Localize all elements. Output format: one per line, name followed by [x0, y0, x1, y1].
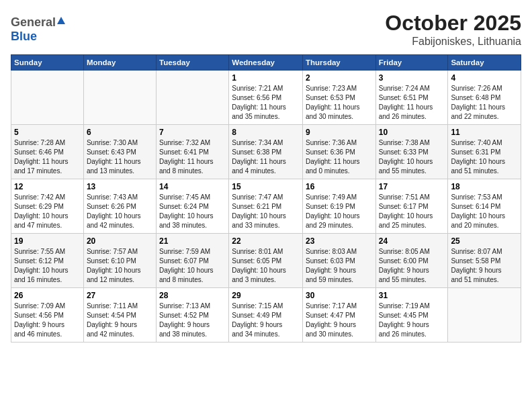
calendar-header-saturday: Saturday — [448, 55, 521, 71]
day-number: 1 — [232, 73, 300, 83]
calendar-cell-5-4: 29Sunrise: 7:15 AMSunset: 4:49 PMDayligh… — [229, 288, 303, 342]
page: General Blue October 2025 Fabijoniskes, … — [0, 0, 532, 411]
day-number: 6 — [87, 128, 153, 137]
day-number: 4 — [451, 73, 518, 83]
calendar-cell-3-7: 18Sunrise: 7:53 AMSunset: 6:14 PMDayligh… — [448, 179, 521, 234]
day-info: Sunrise: 7:34 AMSunset: 6:38 PMDaylight:… — [232, 138, 300, 176]
day-info: Sunrise: 7:47 AMSunset: 6:21 PMDaylight:… — [232, 193, 300, 230]
day-number: 2 — [306, 73, 373, 83]
day-info: Sunrise: 7:28 AMSunset: 6:46 PMDaylight:… — [14, 138, 81, 176]
day-info: Sunrise: 7:21 AMSunset: 6:56 PMDaylight:… — [232, 84, 300, 122]
calendar-cell-4-6: 24Sunrise: 8:05 AMSunset: 6:00 PMDayligh… — [375, 234, 448, 288]
calendar-cell-5-2: 27Sunrise: 7:11 AMSunset: 4:54 PMDayligh… — [83, 288, 156, 342]
day-number: 9 — [306, 128, 373, 137]
day-info: Sunrise: 7:09 AMSunset: 4:56 PMDaylight:… — [14, 302, 81, 339]
day-number: 16 — [306, 182, 373, 191]
calendar-cell-4-7: 25Sunrise: 8:07 AMSunset: 5:58 PMDayligh… — [448, 234, 521, 288]
calendar-cell-1-5: 2Sunrise: 7:23 AMSunset: 6:53 PMDaylight… — [302, 71, 375, 125]
logo-text: General — [11, 15, 66, 30]
day-number: 11 — [451, 128, 518, 137]
calendar-cell-2-1: 5Sunrise: 7:28 AMSunset: 6:46 PMDaylight… — [11, 125, 84, 179]
page-title: October 2025 — [385, 11, 521, 36]
calendar-cell-2-3: 7Sunrise: 7:32 AMSunset: 6:41 PMDaylight… — [156, 125, 228, 179]
page-subtitle: Fabijoniskes, Lithuania — [385, 36, 521, 48]
day-info: Sunrise: 7:13 AMSunset: 4:52 PMDaylight:… — [159, 302, 226, 339]
calendar-cell-3-4: 15Sunrise: 7:47 AMSunset: 6:21 PMDayligh… — [229, 179, 303, 234]
day-info: Sunrise: 7:15 AMSunset: 4:49 PMDaylight:… — [232, 302, 300, 339]
day-number: 24 — [379, 236, 445, 246]
day-info: Sunrise: 7:59 AMSunset: 6:07 PMDaylight:… — [159, 247, 226, 285]
day-number: 17 — [379, 182, 445, 191]
calendar-week-2: 5Sunrise: 7:28 AMSunset: 6:46 PMDaylight… — [11, 125, 521, 179]
logo-blue: Blue — [11, 30, 37, 44]
day-number: 20 — [87, 236, 153, 246]
calendar-cell-4-1: 19Sunrise: 7:55 AMSunset: 6:12 PMDayligh… — [11, 234, 84, 288]
day-info: Sunrise: 7:40 AMSunset: 6:31 PMDaylight:… — [451, 138, 518, 176]
calendar-cell-2-5: 9Sunrise: 7:36 AMSunset: 6:36 PMDaylight… — [302, 125, 375, 179]
day-info: Sunrise: 7:32 AMSunset: 6:41 PMDaylight:… — [159, 138, 226, 176]
day-info: Sunrise: 7:26 AMSunset: 6:48 PMDaylight:… — [451, 84, 518, 122]
day-number: 25 — [451, 236, 518, 246]
day-number: 13 — [87, 182, 153, 191]
calendar-cell-2-6: 10Sunrise: 7:38 AMSunset: 6:33 PMDayligh… — [375, 125, 448, 179]
logo-general: General — [11, 15, 56, 30]
day-info: Sunrise: 7:51 AMSunset: 6:17 PMDaylight:… — [379, 193, 445, 230]
calendar-cell-2-7: 11Sunrise: 7:40 AMSunset: 6:31 PMDayligh… — [448, 125, 521, 179]
day-number: 19 — [14, 236, 81, 246]
day-info: Sunrise: 7:36 AMSunset: 6:36 PMDaylight:… — [306, 138, 373, 176]
calendar: SundayMondayTuesdayWednesdayThursdayFrid… — [11, 54, 521, 342]
day-info: Sunrise: 7:11 AMSunset: 4:54 PMDaylight:… — [87, 302, 153, 339]
title-block: October 2025 Fabijoniskes, Lithuania — [385, 11, 521, 48]
calendar-cell-5-7 — [448, 288, 521, 342]
calendar-cell-5-1: 26Sunrise: 7:09 AMSunset: 4:56 PMDayligh… — [11, 288, 84, 342]
calendar-cell-4-5: 23Sunrise: 8:03 AMSunset: 6:03 PMDayligh… — [302, 234, 375, 288]
day-number: 5 — [14, 128, 81, 137]
calendar-header-friday: Friday — [375, 55, 448, 71]
day-info: Sunrise: 7:53 AMSunset: 6:14 PMDaylight:… — [451, 193, 518, 230]
day-info: Sunrise: 7:43 AMSunset: 6:26 PMDaylight:… — [87, 193, 153, 230]
day-number: 31 — [379, 291, 445, 300]
calendar-week-1: 1Sunrise: 7:21 AMSunset: 6:56 PMDaylight… — [11, 71, 521, 125]
logo-blue-text: Blue — [11, 30, 37, 44]
day-number: 3 — [379, 73, 445, 83]
day-number: 26 — [14, 291, 81, 300]
calendar-cell-5-6: 31Sunrise: 7:19 AMSunset: 4:45 PMDayligh… — [375, 288, 448, 342]
calendar-cell-3-2: 13Sunrise: 7:43 AMSunset: 6:26 PMDayligh… — [83, 179, 156, 234]
day-info: Sunrise: 7:42 AMSunset: 6:29 PMDaylight:… — [14, 193, 81, 230]
calendar-cell-4-3: 21Sunrise: 7:59 AMSunset: 6:07 PMDayligh… — [156, 234, 228, 288]
calendar-cell-1-2 — [83, 71, 156, 125]
calendar-header-thursday: Thursday — [302, 55, 375, 71]
day-info: Sunrise: 7:57 AMSunset: 6:10 PMDaylight:… — [87, 247, 153, 285]
calendar-cell-3-1: 12Sunrise: 7:42 AMSunset: 6:29 PMDayligh… — [11, 179, 84, 234]
day-info: Sunrise: 8:07 AMSunset: 5:58 PMDaylight:… — [451, 247, 518, 285]
day-number: 27 — [87, 291, 153, 300]
calendar-cell-1-7: 4Sunrise: 7:26 AMSunset: 6:48 PMDaylight… — [448, 71, 521, 125]
calendar-week-3: 12Sunrise: 7:42 AMSunset: 6:29 PMDayligh… — [11, 179, 521, 234]
day-number: 18 — [451, 182, 518, 191]
day-number: 10 — [379, 128, 445, 137]
day-number: 23 — [306, 236, 373, 246]
calendar-cell-2-2: 6Sunrise: 7:30 AMSunset: 6:43 PMDaylight… — [83, 125, 156, 179]
calendar-header-sunday: Sunday — [11, 55, 84, 71]
calendar-cell-5-3: 28Sunrise: 7:13 AMSunset: 4:52 PMDayligh… — [156, 288, 228, 342]
day-info: Sunrise: 8:03 AMSunset: 6:03 PMDaylight:… — [306, 247, 373, 285]
calendar-cell-3-3: 14Sunrise: 7:45 AMSunset: 6:24 PMDayligh… — [156, 179, 228, 234]
day-number: 22 — [232, 236, 300, 246]
day-number: 14 — [159, 182, 226, 191]
calendar-header-row: SundayMondayTuesdayWednesdayThursdayFrid… — [11, 55, 521, 71]
logo: General Blue — [11, 15, 66, 44]
calendar-cell-2-4: 8Sunrise: 7:34 AMSunset: 6:38 PMDaylight… — [229, 125, 303, 179]
calendar-header-monday: Monday — [83, 55, 156, 71]
day-number: 15 — [232, 182, 300, 191]
calendar-header-tuesday: Tuesday — [156, 55, 228, 71]
day-info: Sunrise: 7:55 AMSunset: 6:12 PMDaylight:… — [14, 247, 81, 285]
day-info: Sunrise: 7:38 AMSunset: 6:33 PMDaylight:… — [379, 138, 445, 176]
calendar-cell-1-4: 1Sunrise: 7:21 AMSunset: 6:56 PMDaylight… — [229, 71, 303, 125]
day-number: 7 — [159, 128, 226, 137]
calendar-week-4: 19Sunrise: 7:55 AMSunset: 6:12 PMDayligh… — [11, 234, 521, 288]
day-info: Sunrise: 7:23 AMSunset: 6:53 PMDaylight:… — [306, 84, 373, 122]
day-info: Sunrise: 7:17 AMSunset: 4:47 PMDaylight:… — [306, 302, 373, 339]
calendar-cell-1-3 — [156, 71, 228, 125]
calendar-cell-4-2: 20Sunrise: 7:57 AMSunset: 6:10 PMDayligh… — [83, 234, 156, 288]
day-info: Sunrise: 7:24 AMSunset: 6:51 PMDaylight:… — [379, 84, 445, 122]
